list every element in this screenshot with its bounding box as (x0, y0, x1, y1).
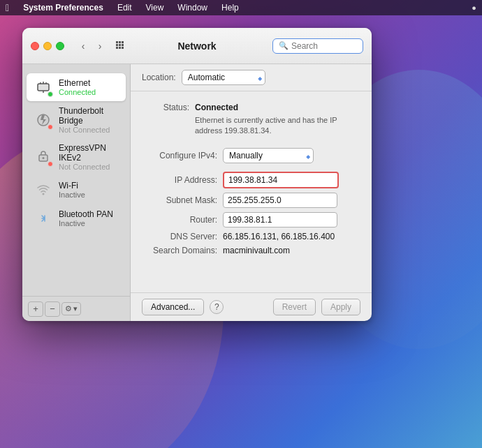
configure-ipv4-row: Configure IPv4: Manually Using DHCP ⬥ (147, 148, 355, 163)
wifi-item-text: Wi-Fi Inactive (59, 181, 119, 199)
search-icon: 🔍 (279, 41, 289, 50)
network-window: ‹ › Network 🔍 (22, 28, 372, 321)
menu-system-preferences[interactable]: System Preferences (20, 3, 106, 13)
svg-rect-4 (119, 44, 121, 46)
gear-chevron-icon: ▾ (73, 304, 78, 313)
thunderbolt-status-dot (48, 124, 53, 130)
status-value: Connected (195, 103, 238, 112)
dns-server-row: DNS Server: 66.185.16.131, 66.185.16.400 (147, 232, 355, 241)
add-network-button[interactable]: + (28, 301, 43, 317)
ethernet-icon (34, 77, 53, 97)
thunderbolt-status: Not Connected (59, 126, 119, 134)
advanced-button[interactable]: Advanced... (142, 299, 204, 315)
ethernet-name: Ethernet (59, 78, 119, 88)
sidebar-item-wifi[interactable]: Wi-Fi Inactive (27, 176, 126, 204)
wifi-icon (34, 180, 53, 200)
search-domains-label: Search Domains: (147, 246, 217, 255)
menubar:  System Preferences Edit View Window He… (0, 0, 482, 15)
bluetooth-icon (34, 209, 53, 228)
apple-menu[interactable]:  (6, 2, 9, 13)
ethernet-status: Connected (59, 88, 119, 96)
navigation-buttons: ‹ › (75, 38, 108, 54)
close-button[interactable] (31, 42, 39, 50)
svg-rect-7 (119, 47, 121, 49)
wifi-status: Inactive (59, 191, 119, 199)
svg-point-16 (43, 157, 45, 159)
sidebar-item-expressvpn[interactable]: ExpressVPN IKEv2 Not Connected (27, 139, 126, 175)
subnet-mask-label: Subnet Mask: (147, 195, 217, 205)
network-info: Status: Connected Ethernet is currently … (131, 91, 372, 292)
bluetooth-item-text: Bluetooth PAN Inactive (59, 209, 119, 227)
titlebar: ‹ › Network 🔍 (22, 28, 372, 64)
ethernet-item-text: Ethernet Connected (59, 78, 119, 96)
maximize-button[interactable] (56, 42, 64, 50)
configure-ipv4-select[interactable]: Manually Using DHCP (223, 148, 314, 163)
sidebar-toolbar: + − ⚙ ▾ (22, 296, 130, 321)
location-bar: Location: Automatic ⬥ (131, 64, 372, 91)
thunderbolt-name: Thunderbolt Bridge (59, 106, 119, 126)
gear-icon: ⚙ (65, 304, 72, 313)
menubar-right: ● (472, 3, 476, 12)
bluetooth-name: Bluetooth PAN (59, 209, 119, 219)
apply-button[interactable]: Apply (321, 299, 360, 315)
dns-server-value: 66.185.16.131, 66.185.16.400 (223, 232, 335, 241)
ethernet-status-dot (48, 91, 53, 97)
back-button[interactable]: ‹ (75, 38, 91, 54)
configure-ipv4-select-wrap: Manually Using DHCP ⬥ (223, 148, 314, 163)
status-label: Status: (147, 103, 189, 112)
bluetooth-status: Inactive (59, 219, 119, 227)
status-row: Status: Connected (147, 103, 355, 112)
menu-window[interactable]: Window (175, 3, 210, 13)
menu-help[interactable]: Help (219, 3, 242, 13)
svg-point-17 (43, 193, 45, 195)
main-panel: Location: Automatic ⬥ Status: Connected … (131, 64, 372, 321)
menu-view[interactable]: View (143, 3, 167, 13)
thunderbolt-icon (34, 110, 53, 130)
help-button[interactable]: ? (210, 300, 224, 314)
minimize-button[interactable] (43, 42, 52, 50)
search-box[interactable]: 🔍 (272, 38, 363, 54)
subnet-mask-input[interactable] (223, 193, 337, 208)
wifi-name: Wi-Fi (59, 181, 119, 191)
subnet-mask-row: Subnet Mask: (147, 193, 355, 208)
sidebar: Ethernet Connected Thunderbolt Brid (22, 64, 131, 321)
bottom-bar: Advanced... ? Revert Apply (131, 292, 372, 321)
search-domains-value: macminivault.com (223, 246, 290, 255)
status-section: Status: Connected Ethernet is currently … (147, 103, 355, 137)
svg-rect-6 (116, 47, 118, 49)
gear-menu-button[interactable]: ⚙ ▾ (61, 302, 81, 315)
svg-rect-9 (38, 84, 49, 91)
svg-rect-1 (119, 41, 121, 43)
ip-address-row: IP Address: (147, 172, 355, 188)
svg-rect-3 (116, 44, 118, 46)
router-row: Router: (147, 212, 355, 227)
expressvpn-status: Not Connected (59, 163, 119, 171)
router-input[interactable] (223, 212, 337, 227)
sidebar-item-thunderbolt[interactable]: Thunderbolt Bridge Not Connected (27, 102, 126, 138)
svg-rect-8 (122, 47, 124, 49)
location-select[interactable]: Automatic (182, 70, 265, 85)
ip-address-input[interactable] (223, 172, 339, 188)
sidebar-item-bluetooth[interactable]: Bluetooth PAN Inactive (27, 204, 126, 232)
traffic-lights (31, 42, 64, 50)
thunderbolt-item-text: Thunderbolt Bridge Not Connected (59, 106, 119, 134)
configure-ipv4-label: Configure IPv4: (147, 151, 217, 160)
remove-network-button[interactable]: − (45, 301, 60, 317)
config-section: Configure IPv4: Manually Using DHCP ⬥ (147, 148, 355, 163)
window-title: Network (177, 40, 216, 52)
expressvpn-icon (34, 147, 53, 167)
expressvpn-status-dot (48, 161, 53, 167)
status-description: Ethernet is currently active and has the… (195, 115, 355, 137)
grid-view-button[interactable] (113, 38, 129, 54)
sidebar-item-ethernet[interactable]: Ethernet Connected (27, 73, 126, 101)
forward-button[interactable]: › (92, 38, 108, 54)
menu-edit[interactable]: Edit (115, 3, 135, 13)
revert-button[interactable]: Revert (273, 299, 316, 315)
svg-rect-0 (116, 41, 118, 43)
svg-rect-2 (122, 41, 124, 43)
ip-address-label: IP Address: (147, 175, 217, 185)
dns-server-label: DNS Server: (147, 232, 217, 241)
search-input[interactable] (291, 41, 357, 51)
location-label: Location: (142, 73, 176, 82)
expressvpn-name: ExpressVPN IKEv2 (59, 143, 119, 163)
